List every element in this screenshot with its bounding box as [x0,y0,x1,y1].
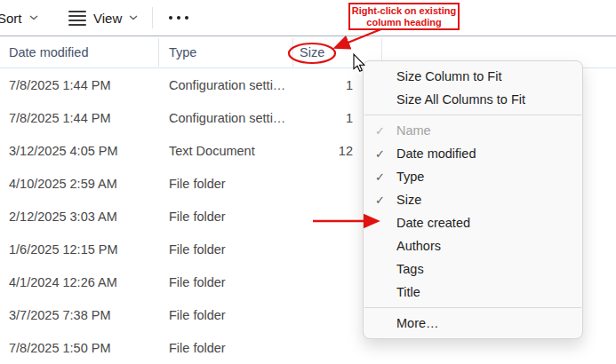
menu-item-type[interactable]: ✓ Type [364,165,582,188]
menu-item-more[interactable]: More… [364,312,582,335]
column-header-size[interactable]: Size [300,36,324,68]
checkmark-icon: ✓ [375,194,396,207]
menu-item-name: ✓ Name [364,119,582,142]
menu-item-label: Size Column to Fit [396,69,501,83]
menu-item-authors[interactable]: Authors [364,234,582,257]
cell-type: File folder [169,200,226,233]
cell-size: 1 [302,101,353,134]
column-header-type[interactable]: Type [169,36,196,68]
sort-button-label: Sort [0,11,22,26]
cell-size [302,331,353,364]
menu-item-label: Authors [396,239,441,253]
cell-type: Configuration setti… [169,101,285,134]
column-context-menu: Size Column to Fit Size All Columns to F… [363,60,583,339]
menu-item-label: Type [396,170,424,184]
checkmark-icon: ✓ [375,124,396,138]
cell-size [302,200,353,233]
annotation-callout-line2: column heading [350,17,458,28]
cell-date-modified: 2/12/2025 3:03 AM [9,200,117,233]
menu-item-label: Name [396,123,431,138]
cell-type: File folder [169,265,226,298]
toolbar-separator [152,7,153,28]
cell-size: 12 [302,134,353,167]
menu-item-label: Size All Columns to Fit [396,92,525,107]
menu-item-size-all-columns-to-fit[interactable]: Size All Columns to Fit [364,88,582,111]
menu-item-size-column-to-fit[interactable]: Size Column to Fit [364,65,582,88]
cell-size: 1 [302,68,353,101]
menu-item-date-modified[interactable]: ✓ Date modified [364,142,582,165]
menu-item-size[interactable]: ✓ Size [364,188,582,211]
menu-item-label: Tags [396,262,424,276]
menu-separator [364,307,581,308]
cell-type: File folder [169,331,226,364]
see-more-button[interactable] [169,11,188,25]
chevron-down-icon [129,15,138,20]
sort-button[interactable]: Sort [0,5,38,30]
cell-type: Configuration setti… [169,68,285,101]
cell-size [302,233,353,265]
checkmark-icon: ✓ [375,170,396,184]
cell-date-modified: 3/12/2025 4:05 PM [9,134,118,167]
menu-item-date-created[interactable]: Date created [364,211,582,234]
column-divider[interactable] [158,38,159,67]
menu-separator [364,115,581,115]
cell-size [302,265,353,298]
file-explorer-window: Sort View Date modified Type Size 7/8/20 [0,0,616,364]
cell-type: File folder [169,167,226,200]
list-lines-icon [68,11,86,26]
view-button[interactable]: View [68,5,138,30]
menu-item-label: Size [396,193,421,207]
cell-type: File folder [169,298,226,331]
ellipsis-icon [169,16,172,20]
cell-date-modified: 4/10/2025 2:59 AM [9,167,117,200]
cell-size [302,167,353,200]
ellipsis-icon [177,16,180,20]
cell-size [302,298,353,331]
cell-date-modified: 7/8/2025 1:44 PM [9,101,110,134]
menu-item-tags[interactable]: Tags [364,257,582,281]
cell-type: File folder [169,233,226,265]
annotation-callout-line1: Right-click on existing [350,5,458,17]
cell-date-modified: 4/1/2024 12:26 AM [9,265,117,298]
cell-date-modified: 7/8/2025 1:44 PM [9,68,110,101]
column-divider[interactable] [292,38,293,67]
menu-item-label: Date created [396,216,470,230]
cell-date-modified: 3/7/2025 7:38 PM [9,298,110,331]
command-toolbar: Sort View [0,0,616,36]
checkmark-icon: ✓ [375,147,396,161]
menu-item-label: More… [396,316,439,330]
cell-type: Text Document [169,134,255,167]
chevron-down-icon [29,15,38,20]
cell-date-modified: 7/8/2025 1:50 PM [9,331,110,364]
view-button-label: View [93,11,122,26]
menu-item-label: Date modified [396,146,476,161]
menu-item-label: Title [396,285,420,299]
cell-date-modified: 1/6/2025 12:15 PM [9,233,118,265]
ellipsis-icon [185,16,188,20]
menu-item-title[interactable]: Title [364,281,582,304]
column-header-date-modified[interactable]: Date modified [9,36,88,68]
annotation-callout-box: Right-click on existing column heading [348,3,460,30]
